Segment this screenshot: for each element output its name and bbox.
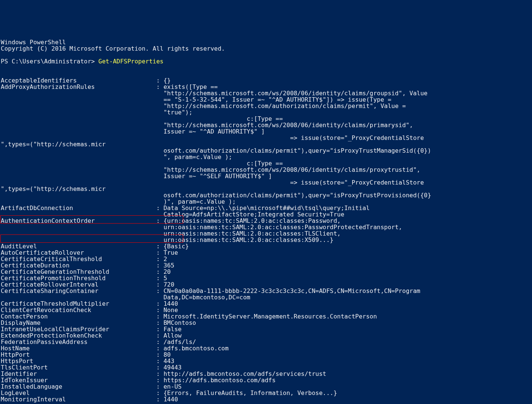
command-input[interactable]: Get-ADFSProperties (98, 58, 163, 65)
copyright: Copyright (C) 2016 Microsoft Corporation… (1, 45, 225, 52)
powershell-terminal[interactable]: Windows PowerShell Copyright (C) 2016 Mi… (0, 32, 532, 404)
prompt: PS C:\Users\Administrator> (1, 58, 98, 65)
output-line: MonitoringInterval : 1440 (1, 396, 178, 403)
